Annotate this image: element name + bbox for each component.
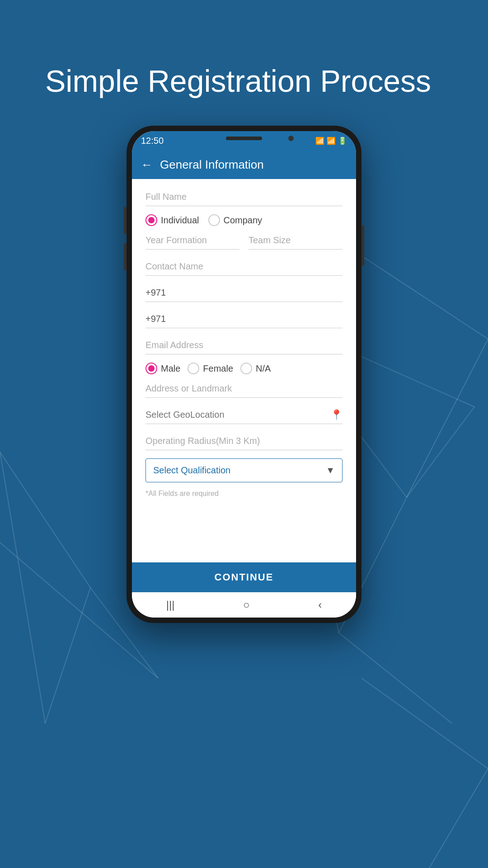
svg-line-15: [407, 339, 488, 497]
header-title: General Information: [160, 158, 264, 172]
qualification-label: Select Qualification: [153, 465, 230, 476]
geolocation-input[interactable]: [145, 406, 330, 424]
page-title: Simple Registration Process: [45, 63, 443, 99]
continue-button[interactable]: CONTINUE: [132, 562, 356, 592]
company-radio[interactable]: Company: [208, 214, 263, 226]
type-radio-group: Individual Company: [145, 214, 343, 226]
status-time: 12:50: [141, 136, 164, 146]
phone1-input[interactable]: [145, 284, 343, 302]
male-label: Male: [161, 363, 180, 374]
individual-radio[interactable]: Individual: [145, 214, 199, 226]
status-bar: 12:50 📶 📶 🔋: [132, 131, 356, 151]
male-radio-circle[interactable]: [145, 363, 157, 374]
phone-screen: 12:50 📶 📶 🔋 ← General Information Indiv: [132, 131, 356, 618]
qualification-dropdown[interactable]: Select Qualification ▼: [145, 458, 343, 482]
radius-field: [145, 432, 343, 450]
header-bar: ← General Information: [132, 151, 356, 179]
female-radio[interactable]: Female: [188, 363, 233, 374]
full-name-input[interactable]: [145, 188, 343, 206]
phone2-field: [145, 310, 343, 328]
svg-line-11: [361, 678, 488, 769]
location-pin-icon[interactable]: 📍: [330, 409, 343, 421]
phone1-field: [145, 284, 343, 302]
gender-radio-group: Male Female N/A: [145, 363, 343, 374]
svg-line-7: [45, 588, 90, 723]
svg-line-12: [429, 769, 488, 868]
battery-icon: 🔋: [338, 137, 347, 145]
phone-shell: 12:50 📶 📶 🔋 ← General Information Indiv: [127, 126, 361, 623]
phone-camera: [288, 136, 294, 141]
svg-line-4: [407, 407, 474, 497]
full-name-field: [145, 188, 343, 206]
female-radio-circle[interactable]: [188, 363, 199, 374]
signal-icon: 📶: [327, 137, 336, 145]
phone-speaker: [226, 137, 262, 140]
recent-apps-icon[interactable]: |||: [166, 599, 175, 611]
email-field: [145, 336, 343, 354]
svg-line-6: [0, 452, 90, 588]
svg-line-8: [0, 452, 45, 723]
home-icon[interactable]: ○: [243, 599, 250, 611]
back-icon[interactable]: ‹: [318, 599, 322, 611]
chevron-down-icon: ▼: [326, 465, 335, 476]
year-teamsize-row: [145, 231, 343, 258]
power-button: [361, 225, 364, 266]
contact-name-field: [145, 258, 343, 276]
individual-radio-circle[interactable]: [145, 214, 157, 226]
address-input[interactable]: [145, 380, 343, 398]
male-radio[interactable]: Male: [145, 363, 180, 374]
back-button[interactable]: ←: [141, 158, 153, 172]
year-formation-input[interactable]: [145, 231, 239, 250]
team-size-field: [249, 231, 343, 250]
company-radio-circle[interactable]: [208, 214, 220, 226]
nav-bar: ||| ○ ‹: [132, 592, 356, 618]
wifi-icon: 📶: [315, 137, 324, 145]
female-label: Female: [203, 363, 233, 374]
radius-input[interactable]: [145, 432, 343, 450]
company-label: Company: [224, 215, 263, 226]
status-icons: 📶 📶 🔋: [315, 137, 347, 145]
svg-line-5: [339, 633, 452, 723]
volume-button-up: [124, 207, 127, 234]
required-note: *All Fields are required: [145, 490, 343, 498]
year-formation-field: [145, 231, 239, 250]
phone2-input[interactable]: [145, 310, 343, 328]
na-radio-circle[interactable]: [240, 363, 252, 374]
na-radio[interactable]: N/A: [240, 363, 271, 374]
individual-label: Individual: [161, 215, 199, 226]
email-input[interactable]: [145, 336, 343, 354]
team-size-input[interactable]: [249, 231, 343, 250]
na-label: N/A: [256, 363, 271, 374]
volume-button-down: [124, 243, 127, 270]
geolocation-field: 📍: [145, 406, 343, 424]
form-area: Individual Company: [132, 179, 356, 562]
contact-name-input[interactable]: [145, 258, 343, 276]
address-field: [145, 380, 343, 398]
